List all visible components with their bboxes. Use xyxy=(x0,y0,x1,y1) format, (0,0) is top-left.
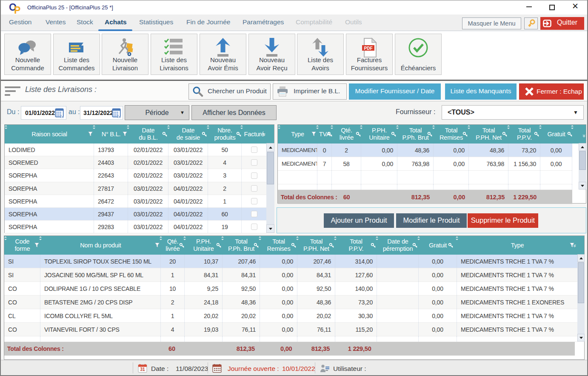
svg-text:31: 31 xyxy=(140,367,145,372)
svg-text:PDF: PDF xyxy=(364,46,373,51)
